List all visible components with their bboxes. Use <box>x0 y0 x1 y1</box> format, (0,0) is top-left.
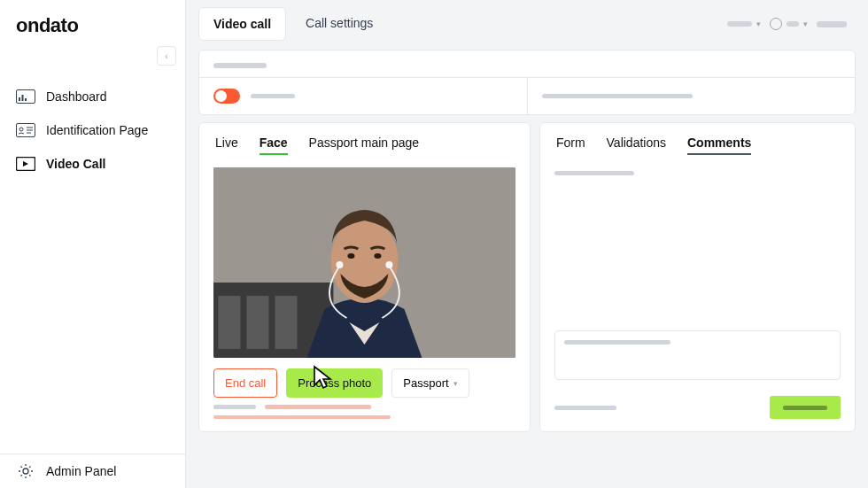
feature-toggle[interactable] <box>213 89 240 104</box>
tab-call-settings[interactable]: Call settings <box>291 7 387 41</box>
globe-icon <box>770 18 782 30</box>
placeholder-line <box>554 171 634 175</box>
details-footer <box>540 391 855 431</box>
details-tabs: Form Validations Comments <box>540 123 855 164</box>
sidebar-footer: Admin Panel <box>0 453 185 488</box>
passport-button-label: Passport <box>403 376 448 390</box>
gear-icon <box>16 463 35 479</box>
chevron-left-icon: ‹ <box>165 51 167 61</box>
brand-logo: ondato <box>0 0 185 46</box>
passport-dropdown-button[interactable]: Passport ▾ <box>391 368 469 398</box>
tab-comments[interactable]: Comments <box>687 136 751 155</box>
tab-passport-main[interactable]: Passport main page <box>309 136 420 155</box>
progress-line-1 <box>213 405 515 409</box>
svg-rect-3 <box>25 98 27 101</box>
video-tabs: Live Face Passport main page <box>199 123 530 164</box>
dashboard-icon <box>16 89 35 105</box>
placeholder-line <box>213 405 256 409</box>
panel-columns: Live Face Passport main page <box>198 122 856 432</box>
placeholder-line <box>554 406 616 410</box>
tab-live[interactable]: Live <box>215 136 238 155</box>
main-tabs: Video call Call settings <box>198 7 387 41</box>
sidebar-item-label: Admin Panel <box>46 464 116 478</box>
collapse-sidebar-button[interactable]: ‹ <box>157 46 176 66</box>
process-photo-button[interactable]: Process photo <box>286 368 383 398</box>
video-actions: End call Process photo Passport ▾ <box>199 358 530 401</box>
comment-input[interactable] <box>554 330 841 380</box>
progress-row <box>199 401 530 431</box>
sidebar-item-admin[interactable]: Admin Panel <box>0 454 185 488</box>
placeholder-line <box>251 94 295 98</box>
sidebar-nav: Dashboard Identification Page Video Call <box>0 73 185 453</box>
placeholder-line <box>727 21 752 27</box>
header-dropdown-1[interactable]: ▾ <box>727 19 761 28</box>
placeholder-line <box>542 94 693 98</box>
banner-left <box>199 78 528 114</box>
svg-point-18 <box>347 253 354 259</box>
sidebar-item-video-call[interactable]: Video Call <box>0 147 185 181</box>
svg-rect-0 <box>17 90 35 104</box>
tab-video-call[interactable]: Video call <box>198 7 286 41</box>
content: Live Face Passport main page <box>186 41 868 445</box>
placeholder-line <box>787 21 799 27</box>
video-panel: Live Face Passport main page <box>198 122 531 432</box>
info-banner <box>198 50 856 115</box>
banner-top <box>199 50 855 78</box>
details-body <box>540 164 855 330</box>
video-frame <box>213 167 515 358</box>
id-card-icon <box>16 122 35 138</box>
sidebar-item-label: Video Call <box>46 157 105 171</box>
placeholder-line <box>564 340 670 345</box>
svg-marker-10 <box>23 161 28 167</box>
tab-form[interactable]: Form <box>556 136 585 155</box>
submit-comment-button[interactable] <box>770 396 841 419</box>
placeholder-line <box>213 63 267 68</box>
svg-point-21 <box>385 261 392 268</box>
sidebar-item-label: Dashboard <box>46 89 107 104</box>
sidebar-collapse-row: ‹ <box>0 46 185 73</box>
svg-point-20 <box>336 261 343 268</box>
end-call-button[interactable]: End call <box>213 368 277 398</box>
svg-rect-14 <box>218 296 240 349</box>
svg-point-19 <box>374 253 381 259</box>
svg-rect-15 <box>246 296 268 349</box>
sidebar-item-identification[interactable]: Identification Page <box>0 113 185 147</box>
tab-validations[interactable]: Validations <box>607 136 666 155</box>
placeholder-line <box>265 405 371 409</box>
video-icon <box>16 156 35 172</box>
language-dropdown[interactable]: ▾ <box>770 18 808 30</box>
svg-rect-16 <box>275 296 297 349</box>
main-area: Video call Call settings ▾ ▾ <box>186 0 868 488</box>
banner-bottom <box>199 78 855 114</box>
svg-point-11 <box>23 469 28 474</box>
chevron-down-icon: ▾ <box>756 19 761 28</box>
chevron-down-icon: ▾ <box>453 379 458 388</box>
svg-rect-1 <box>19 97 20 101</box>
progress-line-2 <box>213 415 391 419</box>
svg-rect-2 <box>22 95 24 101</box>
sidebar-item-label: Identification Page <box>46 123 148 137</box>
sidebar-item-dashboard[interactable]: Dashboard <box>0 80 185 113</box>
banner-right <box>528 78 856 114</box>
topbar: Video call Call settings ▾ ▾ <box>186 0 868 41</box>
details-panel: Form Validations Comments <box>539 122 856 432</box>
placeholder-line <box>817 21 847 27</box>
tab-face[interactable]: Face <box>260 136 288 155</box>
chevron-down-icon: ▾ <box>803 19 808 28</box>
svg-point-5 <box>19 128 23 131</box>
topbar-right: ▾ ▾ <box>727 18 856 30</box>
sidebar: ondato ‹ Dashboard Identification Page <box>0 0 186 488</box>
